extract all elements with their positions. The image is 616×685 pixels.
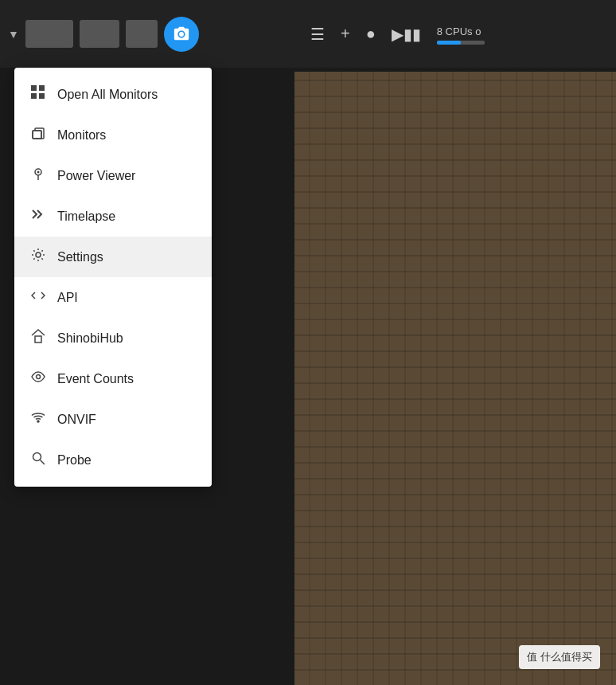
- menu-item-onvif[interactable]: ONVIF: [14, 399, 212, 440]
- menu-item-timelapse[interactable]: Timelapse: [14, 196, 212, 237]
- menu-label-event-counts: Event Counts: [57, 372, 134, 386]
- eye-icon: [30, 370, 46, 388]
- camera-icon: [173, 25, 190, 43]
- wifi-icon: [30, 410, 46, 429]
- video-icon[interactable]: ▶▮▮: [392, 25, 421, 44]
- menu-label-api: API: [57, 291, 78, 305]
- menu-item-api[interactable]: API: [14, 277, 212, 318]
- menu-item-probe[interactable]: Probe: [14, 440, 212, 480]
- copy-icon: [30, 126, 46, 144]
- svg-point-14: [33, 453, 41, 461]
- menu-item-settings[interactable]: Settings: [14, 237, 212, 277]
- svg-point-13: [37, 421, 39, 422]
- camera-button[interactable]: [164, 17, 199, 52]
- svg-rect-2: [31, 93, 37, 99]
- svg-point-10: [36, 252, 41, 257]
- cpu-bar-fill: [437, 41, 461, 45]
- header-left: ▼: [8, 17, 294, 52]
- cpu-label: 8 CPUs o: [437, 25, 481, 37]
- code-icon: [30, 288, 46, 307]
- header-bar: ▼ ☰ + ● ▶▮▮ 8 CPUs o: [0, 0, 616, 68]
- menu-item-open-all-monitors[interactable]: Open All Monitors: [14, 74, 212, 115]
- cpu-info: 8 CPUs o: [437, 24, 485, 45]
- location-icon[interactable]: ●: [366, 25, 376, 43]
- svg-rect-5: [33, 131, 41, 139]
- svg-point-8: [37, 171, 40, 174]
- menu-label-settings: Settings: [57, 250, 103, 264]
- menu-label-power-viewer: Power Viewer: [57, 169, 135, 183]
- home-icon: [30, 329, 46, 347]
- header-avatar-2: [80, 20, 119, 48]
- menu-label-timelapse: Timelapse: [57, 209, 115, 224]
- svg-rect-1: [39, 85, 45, 91]
- menu-label-monitors: Monitors: [57, 128, 106, 143]
- menu-label-shinobi-hub: ShinobiHub: [57, 331, 123, 346]
- menu-item-monitors[interactable]: Monitors: [14, 115, 212, 155]
- svg-point-12: [37, 375, 41, 379]
- menu-label-onvif: ONVIF: [57, 413, 96, 427]
- menu-item-shinobi-hub[interactable]: ShinobiHub: [14, 318, 212, 358]
- svg-line-15: [41, 460, 45, 465]
- search-icon: [30, 451, 46, 469]
- svg-rect-3: [39, 93, 45, 99]
- svg-rect-11: [35, 336, 41, 342]
- chevrons-icon: [30, 207, 46, 225]
- menu-item-event-counts[interactable]: Event Counts: [14, 358, 212, 399]
- cpu-bar: [437, 41, 485, 45]
- menu-item-power-viewer[interactable]: Power Viewer: [14, 155, 212, 196]
- menu-label-open-all-monitors: Open All Monitors: [57, 88, 158, 102]
- svg-rect-0: [31, 85, 37, 91]
- dropdown-arrow-icon[interactable]: ▼: [8, 28, 19, 41]
- menu-icon[interactable]: ☰: [310, 25, 325, 44]
- camera-feed: [294, 72, 616, 685]
- header-right: ☰ + ● ▶▮▮ 8 CPUs o: [302, 24, 485, 45]
- header-avatar-1: [25, 20, 73, 48]
- pin-icon: [30, 166, 46, 185]
- menu-label-probe: Probe: [57, 453, 92, 468]
- dropdown-menu: Open All Monitors Monitors Power Viewer: [14, 68, 212, 487]
- watermark-text: 值 什么值得买: [527, 651, 592, 663]
- watermark: 值 什么值得买: [519, 645, 600, 669]
- grid-icon: [30, 85, 46, 104]
- add-icon[interactable]: +: [341, 25, 350, 43]
- gear-icon: [30, 248, 46, 266]
- header-avatar-3: [126, 20, 158, 48]
